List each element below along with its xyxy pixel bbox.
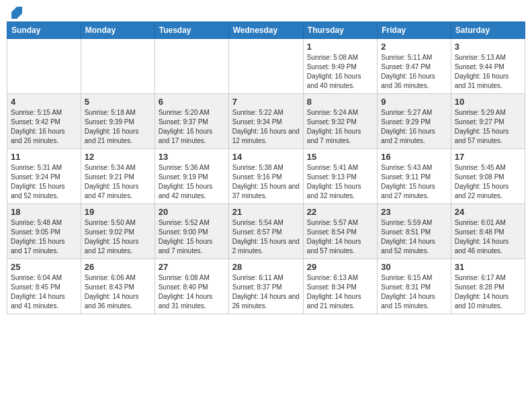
day-number: 22 xyxy=(307,207,373,217)
weekday-header: Sunday xyxy=(7,22,81,39)
calendar-cell: 26Sunrise: 6:06 AM Sunset: 8:43 PM Dayli… xyxy=(81,259,154,314)
weekday-header: Thursday xyxy=(303,22,377,39)
calendar-cell: 24Sunrise: 6:01 AM Sunset: 8:48 PM Dayli… xyxy=(451,204,525,259)
calendar-cell: 11Sunrise: 5:31 AM Sunset: 9:24 PM Dayli… xyxy=(7,149,81,204)
day-info: Sunrise: 5:27 AM Sunset: 9:29 PM Dayligh… xyxy=(381,108,447,146)
day-number: 8 xyxy=(307,97,373,107)
day-info: Sunrise: 5:57 AM Sunset: 8:54 PM Dayligh… xyxy=(307,218,373,256)
day-info: Sunrise: 5:31 AM Sunset: 9:24 PM Dayligh… xyxy=(11,163,77,201)
day-info: Sunrise: 6:11 AM Sunset: 8:37 PM Dayligh… xyxy=(232,273,300,311)
weekday-header: Saturday xyxy=(451,22,525,39)
calendar-cell xyxy=(7,39,81,94)
calendar-cell: 20Sunrise: 5:52 AM Sunset: 9:00 PM Dayli… xyxy=(154,204,228,259)
calendar-week-row: 18Sunrise: 5:48 AM Sunset: 9:05 PM Dayli… xyxy=(7,204,525,259)
calendar-cell: 15Sunrise: 5:41 AM Sunset: 9:13 PM Dayli… xyxy=(303,149,377,204)
day-info: Sunrise: 5:43 AM Sunset: 9:11 PM Dayligh… xyxy=(381,163,447,201)
calendar-cell: 19Sunrise: 5:50 AM Sunset: 9:02 PM Dayli… xyxy=(81,204,154,259)
calendar-cell: 17Sunrise: 5:45 AM Sunset: 9:08 PM Dayli… xyxy=(451,149,525,204)
calendar-table: SundayMondayTuesdayWednesdayThursdayFrid… xyxy=(7,21,525,314)
calendar-cell: 9Sunrise: 5:27 AM Sunset: 9:29 PM Daylig… xyxy=(378,94,451,149)
day-info: Sunrise: 5:38 AM Sunset: 9:16 PM Dayligh… xyxy=(232,163,300,201)
day-number: 19 xyxy=(85,207,151,217)
day-number: 6 xyxy=(159,97,225,107)
day-info: Sunrise: 5:52 AM Sunset: 9:00 PM Dayligh… xyxy=(159,218,225,256)
calendar-cell xyxy=(81,39,154,94)
day-number: 29 xyxy=(307,262,373,272)
calendar-cell: 29Sunrise: 6:13 AM Sunset: 8:34 PM Dayli… xyxy=(303,259,377,314)
calendar-cell xyxy=(228,39,303,94)
day-number: 13 xyxy=(159,152,225,162)
day-number: 11 xyxy=(11,152,77,162)
day-info: Sunrise: 6:08 AM Sunset: 8:40 PM Dayligh… xyxy=(159,273,225,311)
day-number: 4 xyxy=(11,97,77,107)
day-info: Sunrise: 5:18 AM Sunset: 9:39 PM Dayligh… xyxy=(85,108,151,146)
day-number: 27 xyxy=(159,262,225,272)
calendar-cell: 16Sunrise: 5:43 AM Sunset: 9:11 PM Dayli… xyxy=(378,149,451,204)
weekday-header: Monday xyxy=(81,22,154,39)
calendar-cell: 30Sunrise: 6:15 AM Sunset: 8:31 PM Dayli… xyxy=(378,259,451,314)
day-number: 20 xyxy=(159,207,225,217)
day-number: 16 xyxy=(381,152,447,162)
calendar-cell: 25Sunrise: 6:04 AM Sunset: 8:45 PM Dayli… xyxy=(7,259,81,314)
day-info: Sunrise: 5:34 AM Sunset: 9:21 PM Dayligh… xyxy=(85,163,151,201)
calendar-week-row: 1Sunrise: 5:08 AM Sunset: 9:49 PM Daylig… xyxy=(7,39,525,94)
day-number: 5 xyxy=(85,97,151,107)
day-number: 28 xyxy=(232,262,300,272)
day-info: Sunrise: 5:36 AM Sunset: 9:19 PM Dayligh… xyxy=(159,163,225,201)
calendar-cell: 12Sunrise: 5:34 AM Sunset: 9:21 PM Dayli… xyxy=(81,149,154,204)
calendar-cell: 3Sunrise: 5:13 AM Sunset: 9:44 PM Daylig… xyxy=(451,39,525,94)
calendar-week-row: 4Sunrise: 5:15 AM Sunset: 9:42 PM Daylig… xyxy=(7,94,525,149)
weekday-header: Wednesday xyxy=(228,22,303,39)
day-number: 24 xyxy=(455,207,521,217)
day-info: Sunrise: 6:13 AM Sunset: 8:34 PM Dayligh… xyxy=(307,273,373,311)
calendar-cell: 31Sunrise: 6:17 AM Sunset: 8:28 PM Dayli… xyxy=(451,259,525,314)
day-info: Sunrise: 6:04 AM Sunset: 8:45 PM Dayligh… xyxy=(11,273,77,311)
day-number: 31 xyxy=(455,262,521,272)
day-info: Sunrise: 5:13 AM Sunset: 9:44 PM Dayligh… xyxy=(455,53,521,91)
calendar-header-row: SundayMondayTuesdayWednesdayThursdayFrid… xyxy=(7,22,525,39)
day-info: Sunrise: 5:59 AM Sunset: 8:51 PM Dayligh… xyxy=(381,218,447,256)
calendar-week-row: 11Sunrise: 5:31 AM Sunset: 9:24 PM Dayli… xyxy=(7,149,525,204)
page-header xyxy=(7,7,525,16)
day-info: Sunrise: 5:22 AM Sunset: 9:34 PM Dayligh… xyxy=(232,108,300,146)
calendar-cell xyxy=(154,39,228,94)
day-info: Sunrise: 5:24 AM Sunset: 9:32 PM Dayligh… xyxy=(307,108,373,146)
day-info: Sunrise: 6:01 AM Sunset: 8:48 PM Dayligh… xyxy=(455,218,521,256)
day-number: 23 xyxy=(381,207,447,217)
day-number: 17 xyxy=(455,152,521,162)
calendar-cell: 4Sunrise: 5:15 AM Sunset: 9:42 PM Daylig… xyxy=(7,94,81,149)
day-number: 30 xyxy=(381,262,447,272)
svg-marker-0 xyxy=(11,7,22,19)
day-info: Sunrise: 5:29 AM Sunset: 9:27 PM Dayligh… xyxy=(455,108,521,146)
day-info: Sunrise: 5:41 AM Sunset: 9:13 PM Dayligh… xyxy=(307,163,373,201)
calendar-cell: 1Sunrise: 5:08 AM Sunset: 9:49 PM Daylig… xyxy=(303,39,377,94)
day-info: Sunrise: 6:15 AM Sunset: 8:31 PM Dayligh… xyxy=(381,273,447,311)
day-info: Sunrise: 5:08 AM Sunset: 9:49 PM Dayligh… xyxy=(307,53,373,91)
calendar-cell: 21Sunrise: 5:54 AM Sunset: 8:57 PM Dayli… xyxy=(228,204,303,259)
weekday-header: Tuesday xyxy=(154,22,228,39)
calendar-cell: 7Sunrise: 5:22 AM Sunset: 9:34 PM Daylig… xyxy=(228,94,303,149)
day-info: Sunrise: 6:17 AM Sunset: 8:28 PM Dayligh… xyxy=(455,273,521,311)
calendar-cell: 8Sunrise: 5:24 AM Sunset: 9:32 PM Daylig… xyxy=(303,94,377,149)
day-number: 3 xyxy=(455,42,521,52)
calendar-cell: 27Sunrise: 6:08 AM Sunset: 8:40 PM Dayli… xyxy=(154,259,228,314)
day-number: 9 xyxy=(381,97,447,107)
day-number: 25 xyxy=(11,262,77,272)
calendar-week-row: 25Sunrise: 6:04 AM Sunset: 8:45 PM Dayli… xyxy=(7,259,525,314)
day-number: 21 xyxy=(232,207,300,217)
weekday-header: Friday xyxy=(378,22,451,39)
logo xyxy=(9,7,23,16)
calendar-cell: 6Sunrise: 5:20 AM Sunset: 9:37 PM Daylig… xyxy=(154,94,228,149)
day-info: Sunrise: 5:20 AM Sunset: 9:37 PM Dayligh… xyxy=(159,108,225,146)
logo-icon xyxy=(10,7,22,19)
day-number: 2 xyxy=(381,42,447,52)
day-info: Sunrise: 6:06 AM Sunset: 8:43 PM Dayligh… xyxy=(85,273,151,311)
day-info: Sunrise: 5:45 AM Sunset: 9:08 PM Dayligh… xyxy=(455,163,521,201)
calendar-cell: 23Sunrise: 5:59 AM Sunset: 8:51 PM Dayli… xyxy=(378,204,451,259)
day-number: 14 xyxy=(232,152,300,162)
calendar-cell: 28Sunrise: 6:11 AM Sunset: 8:37 PM Dayli… xyxy=(228,259,303,314)
day-number: 15 xyxy=(307,152,373,162)
calendar-cell: 18Sunrise: 5:48 AM Sunset: 9:05 PM Dayli… xyxy=(7,204,81,259)
calendar-cell: 14Sunrise: 5:38 AM Sunset: 9:16 PM Dayli… xyxy=(228,149,303,204)
calendar-cell: 2Sunrise: 5:11 AM Sunset: 9:47 PM Daylig… xyxy=(378,39,451,94)
